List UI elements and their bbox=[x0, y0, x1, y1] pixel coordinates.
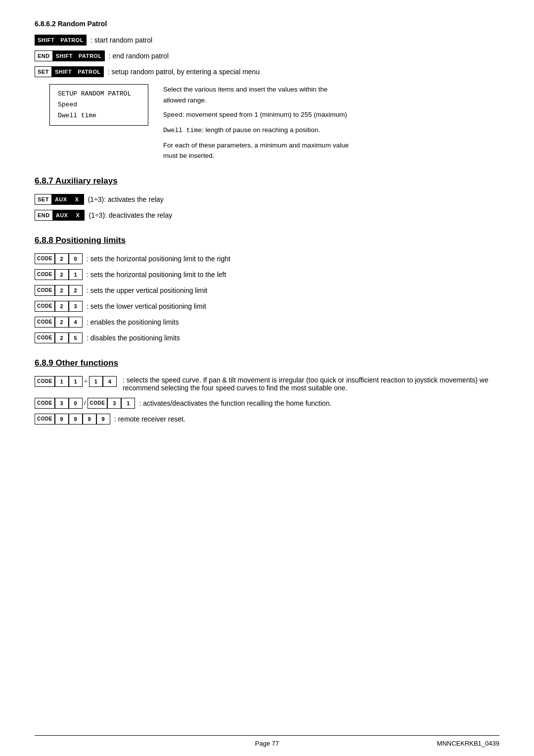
key-2-2: 2 bbox=[69, 285, 83, 296]
setup-desc-para2: Speed: movement speed from 1 (minimum) t… bbox=[163, 109, 351, 121]
key-code-speed-1: CODE bbox=[35, 376, 55, 387]
key-aux-2: AUX bbox=[53, 210, 71, 221]
setup-speed-text: : movement speed from 1 (minimum) to 255… bbox=[182, 111, 347, 118]
key-0a: 0 bbox=[69, 398, 83, 409]
key-aux-1: AUX bbox=[52, 194, 70, 205]
key-1b: 1 bbox=[69, 376, 83, 387]
cmd-row-pos-3: CODE 2 3 : sets the lower vertical posit… bbox=[35, 301, 499, 312]
key-2-5a: 2 bbox=[55, 332, 69, 343]
section-positioning-limits: 6.8.8 Positioning limits CODE 2 0 : sets… bbox=[35, 236, 499, 343]
section-title-other: 6.8.9 Other functions bbox=[35, 358, 499, 368]
key-code-5: CODE bbox=[35, 332, 55, 343]
key-code-reset: CODE bbox=[35, 414, 55, 425]
key-9c: 9 bbox=[83, 414, 96, 425]
cmd-row-speed-curve: CODE 1 1 ÷ 1 4 : selects the speed curve… bbox=[35, 376, 499, 392]
key-code-2: CODE bbox=[35, 285, 55, 296]
key-0-0: 0 bbox=[69, 253, 83, 264]
cmd-desc-pos-5: : disables the positioning limits bbox=[87, 334, 180, 342]
section-other-functions: 6.8.9 Other functions CODE 1 1 ÷ 1 4 : s… bbox=[35, 358, 499, 425]
cmd-desc-reset: : remote receiver reset. bbox=[114, 415, 185, 423]
cmd-desc-activate-relay: (1÷3): activates the relay bbox=[88, 195, 164, 203]
key-patrol-2: PATROL bbox=[76, 50, 105, 61]
cmd-row-end-patrol: END SHIFT PATROL : end random patrol bbox=[35, 50, 499, 61]
setup-speed-label: Speed bbox=[163, 111, 182, 119]
setup-section: SETUP RANDOM PATROL Speed Dwell time Sel… bbox=[49, 84, 499, 161]
key-5-5: 5 bbox=[69, 332, 83, 343]
cmd-row-deactivate-relay: END AUX X (1÷3): deactivates the relay bbox=[35, 210, 499, 221]
key-2-4a: 2 bbox=[55, 317, 69, 328]
key-2-1a: 2 bbox=[55, 269, 69, 280]
key-code-home-1: CODE bbox=[35, 398, 55, 409]
page-content: 6.8.6.2 Random Patrol SHIFT PATROL : sta… bbox=[0, 0, 534, 479]
cmd-block-speed-curve: CODE 1 1 ÷ 1 4 : selects the speed curve… bbox=[35, 376, 499, 392]
key-3-3: 3 bbox=[69, 301, 83, 312]
setup-desc-para4: For each of these parameters, a minimum … bbox=[163, 140, 351, 161]
key-shift-3: SHIFT bbox=[52, 66, 75, 77]
cmd-desc-home-function: : activates/deactivates the function rec… bbox=[139, 399, 331, 407]
section-random-patrol: 6.8.6.2 Random Patrol SHIFT PATROL : sta… bbox=[35, 20, 499, 161]
setup-description: Select the various items and insert the … bbox=[163, 84, 351, 161]
cmd-row-pos-5: CODE 2 5 : disables the positioning limi… bbox=[35, 332, 499, 343]
key-3b: 3 bbox=[107, 398, 121, 409]
cmd-desc-pos-3: : sets the lower vertical positioning li… bbox=[87, 302, 206, 310]
key-2-2a: 2 bbox=[55, 285, 69, 296]
key-4-4: 4 bbox=[69, 317, 83, 328]
key-4a: 4 bbox=[103, 376, 117, 387]
cmd-row-start-patrol: SHIFT PATROL : start random patrol bbox=[35, 35, 499, 46]
cmd-desc-end-patrol: : end random patrol bbox=[109, 52, 169, 60]
key-x-2: X bbox=[71, 210, 85, 221]
cmd-desc-speed-curve: : selects the speed curve. If pan & tilt… bbox=[123, 376, 499, 392]
cmd-desc-setup-patrol: : setup random patrol, by entering a spe… bbox=[108, 68, 260, 76]
key-code-0: CODE bbox=[35, 253, 55, 264]
key-1a-home: 1 bbox=[121, 398, 135, 409]
setup-box: SETUP RANDOM PATROL Speed Dwell time bbox=[49, 84, 148, 126]
cmd-row-pos-4: CODE 2 4 : enables the positioning limit… bbox=[35, 317, 499, 328]
key-1c: 1 bbox=[89, 376, 103, 387]
page-footer: Page 77 MNNCEKRKB1_0439 bbox=[35, 735, 499, 747]
cmd-row-setup-patrol: SET SHIFT PATROL : setup random patrol, … bbox=[35, 66, 499, 77]
setup-box-line1: SETUP RANDOM PATROL bbox=[58, 89, 140, 99]
key-9b: 9 bbox=[69, 414, 83, 425]
key-code-3: CODE bbox=[35, 301, 55, 312]
key-1-1: 1 bbox=[69, 269, 83, 280]
key-set: SET bbox=[35, 66, 52, 77]
key-end: END bbox=[35, 50, 53, 61]
cmd-desc-pos-4: : enables the positioning limits bbox=[87, 318, 179, 326]
section-title-auxiliary: 6.8.7 Auxiliary relays bbox=[35, 176, 499, 186]
setup-box-line2: Speed bbox=[58, 99, 140, 110]
cmd-row-home-function: CODE 3 0 / CODE 3 1 : activates/deactiva… bbox=[35, 398, 499, 409]
footer-doc-id: MNNCEKRKB1_0439 bbox=[437, 740, 499, 747]
section-title-positioning: 6.8.8 Positioning limits bbox=[35, 236, 499, 245]
key-patrol-1: PATROL bbox=[57, 35, 87, 46]
cmd-row-pos-2: CODE 2 2 : sets the upper vertical posit… bbox=[35, 285, 499, 296]
key-1a: 1 bbox=[55, 376, 69, 387]
cmd-row-pos-1: CODE 2 1 : sets the horizontal positioni… bbox=[35, 269, 499, 280]
key-shift-2: SHIFT bbox=[53, 50, 76, 61]
section-auxiliary-relays: 6.8.7 Auxiliary relays SET AUX X (1÷3): … bbox=[35, 176, 499, 221]
divider-speed: ÷ bbox=[84, 378, 88, 385]
key-code-1: CODE bbox=[35, 269, 55, 280]
setup-desc-para3: Dwell time: length of pause on reaching … bbox=[163, 125, 351, 136]
setup-dwell-label: Dwell time bbox=[163, 127, 202, 134]
key-code-4: CODE bbox=[35, 317, 55, 328]
cmd-desc-pos-0: : sets the horizontal positioning limit … bbox=[87, 255, 230, 263]
key-end-aux: END bbox=[35, 210, 53, 221]
cmd-desc-deactivate-relay: (1÷3): deactivates the relay bbox=[89, 211, 172, 219]
key-shift: SHIFT bbox=[35, 35, 57, 46]
cmd-desc-pos-1: : sets the horizontal positioning limit … bbox=[87, 271, 226, 279]
cmd-desc-start-patrol: : start random patrol bbox=[90, 36, 152, 44]
key-patrol-3: PATROL bbox=[75, 66, 104, 77]
key-3a: 3 bbox=[55, 398, 69, 409]
cmd-row-reset: CODE 9 9 9 9 : remote receiver reset. bbox=[35, 414, 499, 425]
footer-page-number: Page 77 bbox=[255, 740, 279, 747]
key-set-aux: SET bbox=[35, 194, 52, 205]
key-9d: 9 bbox=[96, 414, 110, 425]
cmd-desc-pos-2: : sets the upper vertical positioning li… bbox=[87, 286, 207, 294]
key-2-3a: 2 bbox=[55, 301, 69, 312]
key-9a: 9 bbox=[55, 414, 69, 425]
section-title-random-patrol: 6.8.6.2 Random Patrol bbox=[35, 20, 499, 28]
key-code-home-2: CODE bbox=[88, 398, 108, 409]
setup-box-line3: Dwell time bbox=[58, 110, 140, 121]
cmd-row-activate-relay: SET AUX X (1÷3): activates the relay bbox=[35, 194, 499, 205]
divider-home: / bbox=[84, 399, 86, 407]
